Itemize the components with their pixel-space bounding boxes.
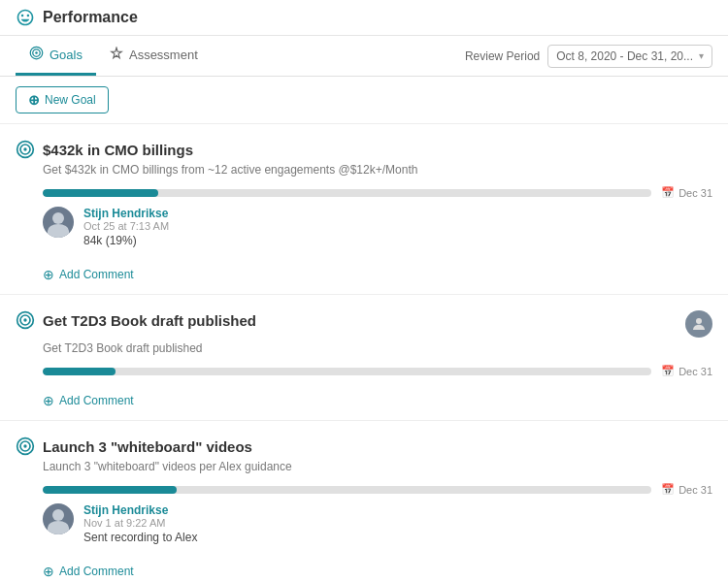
tabs-bar: Goals Assessment Review Period Oct 8, 20… [0,36,728,77]
commenter-name: Stijn Hendrikse [83,207,712,220]
comment-time: Oct 25 at 7:13 AM [83,220,712,232]
goals-list: $432k in CMO billings Get $432k in CMO b… [0,124,728,582]
goal-title-row: $432k in CMO billings [16,140,193,159]
add-comment-button[interactable]: ⊕ Add Comment [43,393,134,408]
add-comment-button[interactable]: ⊕ Add Comment [43,267,134,282]
progress-row: 📅 Dec 31 [43,365,712,377]
goal-target-icon [16,436,35,456]
due-date: Dec 31 [678,484,712,496]
comment-block: Stijn Hendrikse Oct 25 at 7:13 AM 84k (1… [43,207,712,247]
plus-circle-icon: ⊕ [43,393,54,408]
commenter-name: Stijn Hendrikse [83,503,712,517]
svg-point-9 [696,318,702,324]
avatar [685,310,712,338]
progress-bar-container [43,189,651,197]
svg-point-2 [35,51,38,54]
add-comment-label: Add Comment [59,268,134,281]
calendar-icon: 📅 [661,483,675,496]
progress-date: 📅 Dec 31 [661,365,712,377]
goals-tab-icon [29,46,44,63]
goal-title: Get T2D3 Book draft published [43,312,256,329]
goal-title-row: Launch 3 "whiteboard" videos [16,436,252,456]
svg-point-12 [23,444,26,447]
review-period-value-text: Oct 8, 2020 - Dec 31, 20... [556,49,693,63]
progress-bar-fill [43,486,177,494]
app-header: Performance [0,0,728,36]
svg-point-5 [23,147,26,150]
calendar-icon: 📅 [661,365,675,377]
comment-block: Stijn Hendrikse Nov 1 at 9:22 AM Sent re… [43,503,712,544]
goal-header: $432k in CMO billings [16,140,712,159]
comment-text: 84k (19%) [83,234,712,247]
goal-item: Get T2D3 Book draft published Get T2D3 B… [0,295,728,421]
new-goal-label: New Goal [45,93,96,107]
assessment-tab-label: Assessment [129,48,198,62]
tabs-left: Goals Assessment [16,36,212,76]
goal-title: $432k in CMO billings [43,142,193,158]
comment-content: Stijn Hendrikse Oct 25 at 7:13 AM 84k (1… [83,207,712,247]
avatar [43,503,74,534]
toolbar: ⊕ New Goal [0,77,728,124]
add-comment-label: Add Comment [59,394,134,407]
goal-item: Launch 3 "whiteboard" videos Launch 3 "w… [0,421,728,582]
comment-time: Nov 1 at 9:22 AM [83,517,712,529]
goal-header: Get T2D3 Book draft published [16,310,712,338]
goal-description: Get T2D3 Book draft published [43,341,712,355]
svg-point-8 [23,318,26,321]
goal-target-icon [16,140,35,159]
chevron-down-icon: ▾ [699,50,704,61]
progress-row: 📅 Dec 31 [43,483,712,496]
progress-date: 📅 Dec 31 [661,186,712,199]
progress-bar-fill [43,189,158,197]
goal-title-row: Get T2D3 Book draft published [16,310,256,330]
avatar [43,207,74,238]
add-comment-row: ⊕ Add Comment [43,259,712,294]
add-comment-row: ⊕ Add Comment [43,385,712,420]
performance-icon [16,8,35,27]
plus-icon: ⊕ [28,92,40,108]
comment-text: Sent recording to Alex [83,531,712,544]
calendar-icon: 📅 [661,186,675,199]
goal-target-icon [16,310,35,330]
add-comment-row: ⊕ Add Comment [43,556,712,582]
review-period: Review Period Oct 8, 2020 - Dec 31, 20..… [465,45,712,68]
goal-description: Get $432k in CMO billings from ~12 activ… [43,163,712,177]
add-comment-button[interactable]: ⊕ Add Comment [43,564,134,579]
progress-bar-container [43,368,651,375]
assessment-tab-icon [110,47,123,63]
page-title: Performance [43,9,138,26]
plus-circle-icon: ⊕ [43,267,54,282]
new-goal-button[interactable]: ⊕ New Goal [16,86,109,113]
goal-description: Launch 3 "whiteboard" videos per Alex gu… [43,460,712,473]
progress-date: 📅 Dec 31 [661,483,712,496]
progress-bar-fill [43,368,116,375]
review-period-label: Review Period [465,49,540,63]
plus-circle-icon: ⊕ [43,564,54,579]
goals-tab-label: Goals [50,48,83,62]
goal-item: $432k in CMO billings Get $432k in CMO b… [0,124,728,295]
tab-goals[interactable]: Goals [16,36,96,76]
progress-bar-container [43,486,651,494]
goal-title: Launch 3 "whiteboard" videos [43,438,252,455]
tab-assessment[interactable]: Assessment [96,37,212,76]
due-date: Dec 31 [678,187,712,199]
add-comment-label: Add Comment [59,565,134,578]
goal-header: Launch 3 "whiteboard" videos [16,436,712,456]
review-period-selector[interactable]: Oct 8, 2020 - Dec 31, 20... ▾ [547,45,712,68]
progress-row: 📅 Dec 31 [43,186,712,199]
due-date: Dec 31 [678,366,712,377]
comment-content: Stijn Hendrikse Nov 1 at 9:22 AM Sent re… [83,503,712,544]
